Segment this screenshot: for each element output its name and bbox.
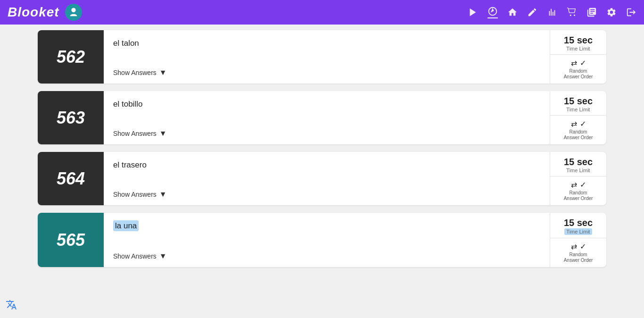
time-limit-565: 15 sec Time Limit <box>550 213 606 238</box>
answer-order-label-562: RandomAnswer Order <box>564 68 593 80</box>
show-answers-button-563[interactable]: Show Answers ▼ <box>113 129 540 138</box>
question-text-562: el talon <box>113 39 540 48</box>
question-number-564: 564 <box>38 152 104 205</box>
header-nav <box>468 6 636 18</box>
question-card-562: 562 el talon Show Answers ▼ 15 sec Time … <box>38 30 606 84</box>
question-number-565: 565 <box>38 213 104 267</box>
question-number-562: 562 <box>38 30 104 84</box>
explore-icon[interactable] <box>487 6 498 18</box>
play-icon[interactable] <box>468 7 478 17</box>
question-body-565: la una Show Answers ▼ <box>104 213 550 267</box>
shuffle-icon: ⇄ <box>571 180 577 189</box>
check-icon: ✓ <box>580 180 586 189</box>
answer-order-564: ⇄ ✓ RandomAnswer Order <box>550 176 606 205</box>
time-limit-564: 15 sec Time Limit <box>550 152 606 176</box>
show-answers-button-564[interactable]: Show Answers ▼ <box>113 190 540 199</box>
logout-icon[interactable] <box>626 7 636 17</box>
chevron-down-icon: ▼ <box>159 68 167 77</box>
settings-icon[interactable] <box>606 7 617 17</box>
market-icon[interactable] <box>567 7 577 17</box>
question-card-565: 565 la una Show Answers ▼ 15 sec Time Li… <box>38 213 606 267</box>
question-right-563: 15 sec Time Limit ⇄ ✓ RandomAnswer Order <box>550 91 606 144</box>
answer-order-563: ⇄ ✓ RandomAnswer Order <box>550 116 606 144</box>
answer-order-562: ⇄ ✓ RandomAnswer Order <box>550 55 606 84</box>
check-icon: ✓ <box>580 242 586 251</box>
shuffle-icon: ⇄ <box>571 119 577 128</box>
edit-icon[interactable] <box>527 7 537 17</box>
check-icon: ✓ <box>580 119 586 128</box>
home-icon[interactable] <box>507 7 518 17</box>
shuffle-icon: ⇄ <box>571 59 577 67</box>
svg-marker-0 <box>470 8 476 17</box>
question-text-565: la una <box>113 221 540 231</box>
question-card-563: 563 el tobillo Show Answers ▼ 15 sec Tim… <box>38 91 606 144</box>
header: Blooket <box>0 0 644 25</box>
question-card-564: 564 el trasero Show Answers ▼ 15 sec Tim… <box>38 152 606 205</box>
question-number-563: 563 <box>38 91 104 144</box>
main-content: 562 el talon Show Answers ▼ 15 sec Time … <box>0 25 644 280</box>
question-right-564: 15 sec Time Limit ⇄ ✓ RandomAnswer Order <box>550 152 606 205</box>
chevron-down-icon: ▼ <box>159 252 167 260</box>
answer-order-label-565: RandomAnswer Order <box>564 252 593 263</box>
chevron-down-icon: ▼ <box>159 190 167 199</box>
question-text-564: el trasero <box>113 160 540 170</box>
time-limit-562: 15 sec Time Limit <box>550 30 606 55</box>
chevron-down-icon: ▼ <box>159 129 167 138</box>
library-icon[interactable] <box>586 7 597 17</box>
logo[interactable]: Blooket <box>8 5 59 20</box>
question-body-562: el talon Show Answers ▼ <box>104 30 550 84</box>
check-icon: ✓ <box>580 59 586 67</box>
question-right-565: 15 sec Time Limit ⇄ ✓ RandomAnswer Order <box>550 213 606 267</box>
question-body-563: el tobillo Show Answers ▼ <box>104 91 550 144</box>
show-answers-button-562[interactable]: Show Answers ▼ <box>113 68 540 77</box>
question-text-563: el tobillo <box>113 100 540 109</box>
time-limit-563: 15 sec Time Limit <box>550 91 606 116</box>
show-answers-button-565[interactable]: Show Answers ▼ <box>113 252 540 260</box>
shuffle-icon: ⇄ <box>571 242 577 251</box>
answer-order-label-563: RandomAnswer Order <box>564 129 593 141</box>
answer-order-label-564: RandomAnswer Order <box>564 190 593 201</box>
stats-icon[interactable] <box>547 7 557 17</box>
avatar[interactable] <box>65 4 82 21</box>
question-right-562: 15 sec Time Limit ⇄ ✓ RandomAnswer Order <box>550 30 606 84</box>
question-body-564: el trasero Show Answers ▼ <box>104 152 550 205</box>
answer-order-565: ⇄ ✓ RandomAnswer Order <box>550 238 606 267</box>
translate-icon[interactable] <box>6 299 17 310</box>
